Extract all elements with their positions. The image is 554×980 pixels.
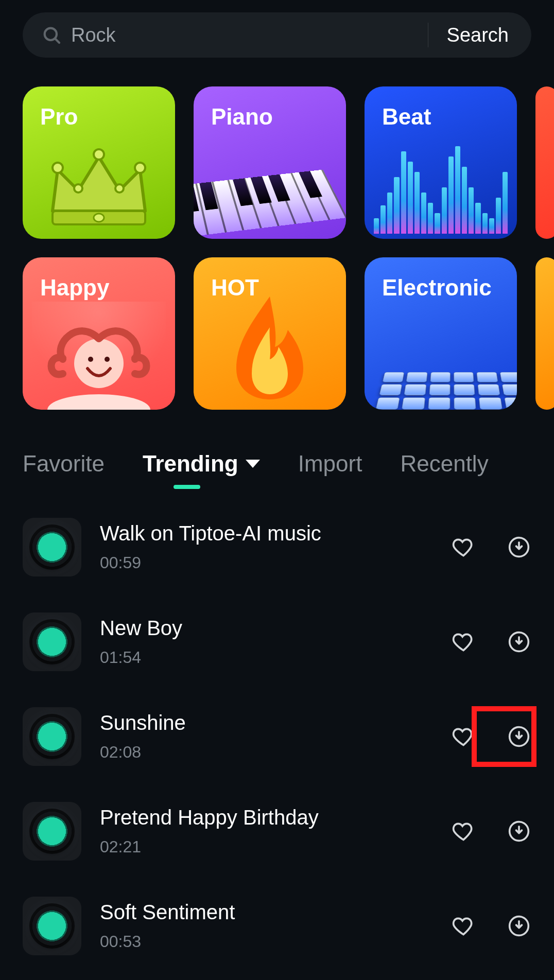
tab-label: Import: [298, 451, 362, 477]
vinyl-disc-icon: [32, 717, 72, 756]
track-list: Walk on Tiptoe-AI music00:59New Boy01:54…: [0, 518, 554, 955]
track-info: New Boy01:54: [100, 617, 451, 667]
category-tile-edge2[interactable]: [535, 257, 554, 410]
category-label: Piano: [211, 104, 273, 130]
download-icon[interactable]: [507, 724, 531, 749]
download-icon[interactable]: [507, 914, 531, 938]
track-actions: [451, 535, 531, 559]
svg-line-1: [56, 39, 60, 43]
category-tile-piano[interactable]: Piano: [194, 86, 346, 239]
favorite-heart-icon[interactable]: [451, 629, 476, 654]
svg-point-4: [88, 357, 93, 362]
track-duration: 02:21: [100, 837, 451, 856]
track-title: New Boy: [100, 617, 451, 640]
track-row[interactable]: Sunshine02:08: [23, 707, 531, 766]
category-tile-edge1[interactable]: [535, 86, 554, 239]
track-row[interactable]: Walk on Tiptoe-AI music00:59: [23, 518, 531, 576]
track-title: Walk on Tiptoe-AI music: [100, 522, 451, 545]
tab-label: Trending: [143, 451, 238, 477]
favorite-heart-icon[interactable]: [451, 724, 476, 749]
track-thumbnail[interactable]: [23, 897, 81, 955]
track-title: Sunshine: [100, 711, 451, 734]
track-duration: 00:53: [100, 932, 451, 951]
category-grid: ProPianoBeatHappyHOTElectronic: [0, 86, 554, 410]
track-thumbnail[interactable]: [23, 707, 81, 766]
download-icon[interactable]: [507, 819, 531, 844]
download-icon[interactable]: [507, 629, 531, 654]
track-thumbnail[interactable]: [23, 802, 81, 861]
track-actions: [451, 629, 531, 654]
track-title: Pretend Happy Birthday: [100, 806, 451, 829]
download-icon[interactable]: [507, 535, 531, 559]
search-button[interactable]: Search: [428, 24, 527, 46]
category-tile-electronic[interactable]: Electronic: [365, 257, 517, 410]
tab-trending[interactable]: Trending: [143, 451, 260, 477]
svg-point-5: [105, 357, 110, 362]
category-label: Happy: [40, 275, 109, 301]
category-tile-pro[interactable]: Pro: [23, 86, 175, 239]
track-thumbnail[interactable]: [23, 518, 81, 576]
search-icon: [41, 25, 62, 45]
tab-recently[interactable]: Recently: [400, 451, 488, 477]
vinyl-disc-icon: [32, 906, 72, 946]
track-actions: [451, 914, 531, 938]
category-label: Pro: [40, 104, 78, 130]
category-label: Electronic: [382, 275, 492, 301]
tabs-bar: FavoriteTrendingImportRecently: [0, 451, 554, 477]
category-tile-happy[interactable]: Happy: [23, 257, 175, 410]
tab-label: Favorite: [23, 451, 105, 477]
track-title: Soft Sentiment: [100, 901, 451, 924]
tab-favorite[interactable]: Favorite: [23, 451, 105, 477]
svg-point-2: [47, 394, 150, 410]
track-duration: 00:59: [100, 553, 451, 572]
category-tile-hot[interactable]: HOT: [194, 257, 346, 410]
track-info: Pretend Happy Birthday02:21: [100, 806, 451, 856]
track-actions: [451, 819, 531, 844]
track-duration: 01:54: [100, 648, 451, 667]
favorite-heart-icon[interactable]: [451, 819, 476, 844]
tab-label: Recently: [400, 451, 488, 477]
track-actions: [451, 724, 531, 749]
search-bar: Rock Search: [23, 12, 531, 58]
vinyl-disc-icon: [32, 622, 72, 661]
category-label: HOT: [211, 275, 259, 301]
search-input[interactable]: Rock: [71, 24, 428, 46]
tab-import[interactable]: Import: [298, 451, 362, 477]
track-thumbnail[interactable]: [23, 612, 81, 671]
track-info: Walk on Tiptoe-AI music00:59: [100, 522, 451, 572]
category-label: Beat: [382, 104, 431, 130]
track-info: Sunshine02:08: [100, 711, 451, 762]
chevron-down-icon: [246, 460, 260, 468]
favorite-heart-icon[interactable]: [451, 535, 476, 559]
svg-point-3: [74, 339, 124, 388]
vinyl-disc-icon: [32, 812, 72, 851]
vinyl-disc-icon: [32, 528, 72, 567]
track-row[interactable]: Pretend Happy Birthday02:21: [23, 802, 531, 861]
favorite-heart-icon[interactable]: [451, 914, 476, 938]
track-duration: 02:08: [100, 743, 451, 762]
track-row[interactable]: Soft Sentiment00:53: [23, 897, 531, 955]
category-tile-beat[interactable]: Beat: [365, 86, 517, 239]
track-row[interactable]: New Boy01:54: [23, 612, 531, 671]
track-info: Soft Sentiment00:53: [100, 901, 451, 951]
